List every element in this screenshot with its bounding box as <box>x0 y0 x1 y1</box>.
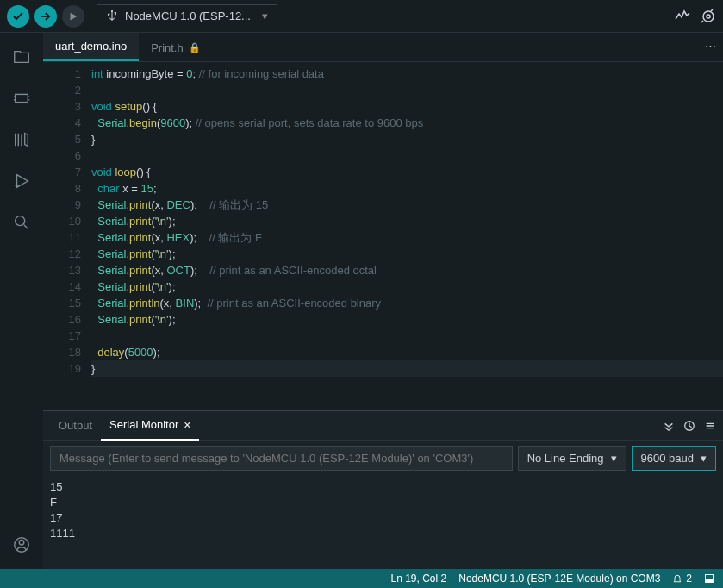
board-name: NodeMCU 1.0 (ESP-12... <box>125 9 251 22</box>
debug-icon[interactable] <box>11 171 32 191</box>
close-icon[interactable]: × <box>184 418 190 432</box>
svg-point-0 <box>111 10 113 12</box>
activity-bar <box>0 33 43 569</box>
cursor-position[interactable]: Ln 19, Col 2 <box>391 572 447 585</box>
boards-manager-icon[interactable] <box>11 88 32 109</box>
editor-tabs: uart_demo.ino Print.h 🔒 ⋯ <box>43 33 723 62</box>
tab-print-h[interactable]: Print.h 🔒 <box>139 34 213 61</box>
chevron-down-icon: ▾ <box>611 452 617 465</box>
notifications-button[interactable]: 2 <box>672 572 692 585</box>
bottom-panel: Output Serial Monitor × <box>43 410 723 569</box>
svg-rect-10 <box>706 579 714 583</box>
serial-message-input[interactable] <box>50 446 513 471</box>
board-selector[interactable]: NodeMCU 1.0 (ESP-12... ▾ <box>97 4 277 28</box>
debug-button[interactable] <box>62 5 84 28</box>
code-area[interactable]: int incomingByte = 0; // for incoming se… <box>91 62 723 410</box>
scroll-down-icon[interactable] <box>663 420 675 432</box>
svg-point-1 <box>703 11 714 22</box>
serial-monitor-icon[interactable] <box>701 9 716 24</box>
serial-output: 15F171111 <box>43 476 723 569</box>
timestamp-icon[interactable] <box>683 420 695 432</box>
usb-icon <box>106 10 118 22</box>
code-editor[interactable]: 12345678910111213141516171819 int incomi… <box>43 62 723 410</box>
clear-icon[interactable] <box>704 420 716 432</box>
close-panel-icon[interactable] <box>704 573 714 584</box>
library-manager-icon[interactable] <box>11 129 32 150</box>
chevron-down-icon: ▾ <box>701 452 707 465</box>
upload-button[interactable] <box>34 5 57 28</box>
line-numbers: 12345678910111213141516171819 <box>43 62 91 410</box>
board-port-status[interactable]: NodeMCU 1.0 (ESP-12E Module) on COM3 <box>458 572 660 585</box>
tab-uart-demo[interactable]: uart_demo.ino <box>43 33 139 61</box>
line-ending-select[interactable]: No Line Ending ▾ <box>518 446 626 471</box>
verify-button[interactable] <box>7 5 29 28</box>
lock-icon: 🔒 <box>189 42 201 53</box>
svg-rect-3 <box>16 94 28 102</box>
status-bar: Ln 19, Col 2 NodeMCU 1.0 (ESP-12E Module… <box>0 569 723 588</box>
search-icon[interactable] <box>11 212 32 233</box>
tab-label: Print.h <box>151 41 184 54</box>
bell-icon <box>672 573 682 584</box>
account-icon[interactable] <box>11 535 32 555</box>
svg-point-7 <box>19 541 24 546</box>
serial-monitor-tab[interactable]: Serial Monitor × <box>101 411 199 441</box>
tab-label: uart_demo.ino <box>55 40 127 53</box>
svg-point-2 <box>707 15 710 18</box>
baud-rate-select[interactable]: 9600 baud ▾ <box>632 446 716 471</box>
serial-plotter-icon[interactable] <box>675 9 690 24</box>
svg-point-4 <box>16 185 19 188</box>
output-tab[interactable]: Output <box>50 412 101 439</box>
svg-point-5 <box>16 216 25 226</box>
chevron-down-icon: ▾ <box>262 9 268 22</box>
more-actions-icon[interactable]: ⋯ <box>705 40 716 53</box>
explorer-icon[interactable] <box>11 47 32 67</box>
